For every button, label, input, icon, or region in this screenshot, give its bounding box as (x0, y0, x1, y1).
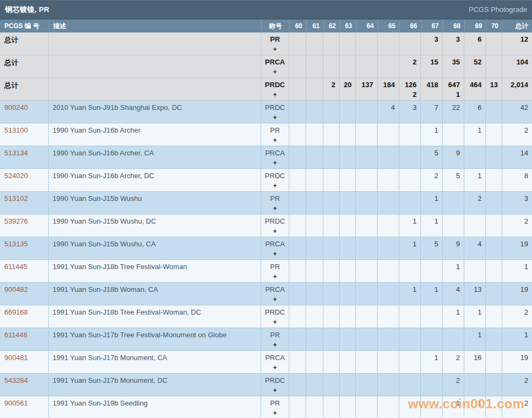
grade-plus-count (502, 363, 528, 372)
grade-cell-64 (356, 169, 378, 192)
grade-cell-64 (356, 328, 378, 351)
designation-cell: PRCA+ (261, 55, 289, 78)
grade-cell-63 (340, 214, 356, 237)
photograde-link[interactable]: PCGS Photograde (469, 5, 527, 14)
grade-count: 6 (464, 103, 482, 112)
pcgs-number-link[interactable]: 900240 (4, 103, 28, 112)
grade-cell-64 (356, 260, 378, 283)
description-cell: 1991 Yuan Sun-J18b Tree Festival-Woman (49, 260, 261, 283)
grade-plus-count (502, 181, 528, 190)
grade-count (421, 263, 438, 271)
designation-cell: PRDC+ (261, 169, 289, 192)
grade-plus-count (443, 386, 460, 395)
designation-label: PR (261, 399, 289, 408)
grade-cell-67: 15 (421, 55, 443, 78)
grade-plus-count (421, 90, 438, 99)
grade-cell-63: 20 (340, 78, 356, 101)
grade-count (340, 331, 352, 339)
grade-plus-count (378, 204, 395, 213)
grade-plus-count (464, 318, 482, 326)
grade-count: 137 (356, 81, 373, 89)
pcgs-number-link[interactable]: 611446 (4, 331, 27, 339)
pcgs-number-link[interactable]: 611445 (4, 263, 27, 271)
grade-count (399, 172, 417, 180)
grade-cell-67: 1 (421, 283, 443, 305)
pcgs-number-link[interactable]: 513102 (4, 194, 28, 203)
grade-plus-count (356, 295, 373, 304)
grade-count: 1 (464, 126, 482, 135)
pcgs-number-link[interactable]: 524020 (4, 172, 28, 180)
column-header-62: 62 (323, 19, 340, 32)
pcgs-number-link[interactable]: 669168 (4, 308, 28, 316)
grade-cell-69: 16 (464, 351, 486, 374)
grade-cell-total: 8 (502, 169, 532, 192)
grade-cell-65: 184 (378, 78, 399, 101)
grade-count (340, 194, 352, 203)
grade-cell-61 (306, 78, 323, 101)
pcgs-number-cell: 611446 (0, 328, 49, 351)
grade-plus-count (399, 181, 417, 190)
grade-count (340, 263, 352, 271)
population-report-page: 钢芯镀镍, PR PCGS Photograde PCGS 编 号描述称号606… (0, 0, 532, 418)
pcgs-number-link[interactable]: 513134 (4, 149, 28, 157)
grade-count (306, 194, 319, 203)
grade-plus-count (306, 45, 319, 54)
pcgs-number-link[interactable]: 900482 (4, 285, 28, 293)
grade-plus-count (356, 363, 373, 372)
grade-cell-66 (399, 192, 421, 214)
grade-count (356, 35, 373, 44)
grade-count (399, 149, 417, 158)
grade-plus-count (306, 363, 319, 372)
grade-plus-count (323, 295, 335, 304)
grade-cell-61 (306, 305, 323, 328)
pcgs-number-link[interactable]: 539276 (4, 217, 28, 225)
grade-plus-count (289, 204, 302, 213)
page-title: 钢芯镀镍, PR (5, 5, 49, 15)
pcgs-number-link[interactable]: 513100 (4, 126, 28, 134)
pcgs-number-cell: 513100 (0, 123, 49, 146)
grade-count (443, 217, 460, 226)
designation-label: PRDC (261, 308, 289, 317)
grade-count: 1 (443, 308, 460, 317)
grade-plus-count (306, 295, 319, 304)
pcgs-number-link[interactable]: 900561 (4, 399, 28, 407)
grade-count (340, 376, 352, 385)
grade-cell-61 (306, 328, 323, 351)
grade-count (356, 308, 373, 317)
grade-cell-67: 2 (421, 169, 443, 192)
grade-count (464, 263, 482, 271)
pcgs-number-link[interactable]: 900481 (4, 354, 28, 362)
pcgs-number-link[interactable]: 513135 (4, 240, 28, 248)
grade-count (323, 35, 335, 44)
grade-plus-count (340, 68, 352, 76)
designation-cell: PRDC+ (261, 305, 289, 328)
pcgs-number-link[interactable]: 543284 (4, 376, 28, 384)
grade-cell-70 (486, 396, 502, 418)
total-row: 总计PRDC+22013718412624186471464132,014 (0, 78, 532, 101)
grade-count (378, 35, 395, 44)
grade-cell-66: 1 (399, 214, 421, 237)
grade-plus-count (306, 113, 319, 122)
pcgs-number-cell: 611445 (0, 260, 49, 283)
designation-cell: PR+ (261, 192, 289, 214)
grade-count: 1 (421, 194, 438, 203)
grade-plus-count (486, 136, 498, 145)
designation-cell: PRDC+ (261, 78, 289, 101)
grade-cell-68: 22 (443, 101, 464, 123)
grade-count: 1 (502, 263, 528, 271)
column-header-64: 64 (356, 19, 378, 32)
grade-count (289, 285, 302, 294)
grade-plus-count (443, 136, 460, 145)
grade-cell-70 (486, 169, 502, 192)
grade-plus-count (502, 250, 528, 258)
grade-plus-count (443, 363, 460, 372)
column-header-61: 61 (306, 19, 323, 32)
grade-plus-count (378, 318, 395, 326)
total-row: 总计PRCA+2153552104 (0, 55, 532, 78)
grade-plus-count (502, 45, 528, 54)
grade-plus-count (378, 227, 395, 236)
grade-cell-67: 3 (421, 32, 443, 55)
grade-plus-count (502, 386, 528, 395)
grade-count (378, 240, 395, 249)
grade-cell-63 (340, 260, 356, 283)
